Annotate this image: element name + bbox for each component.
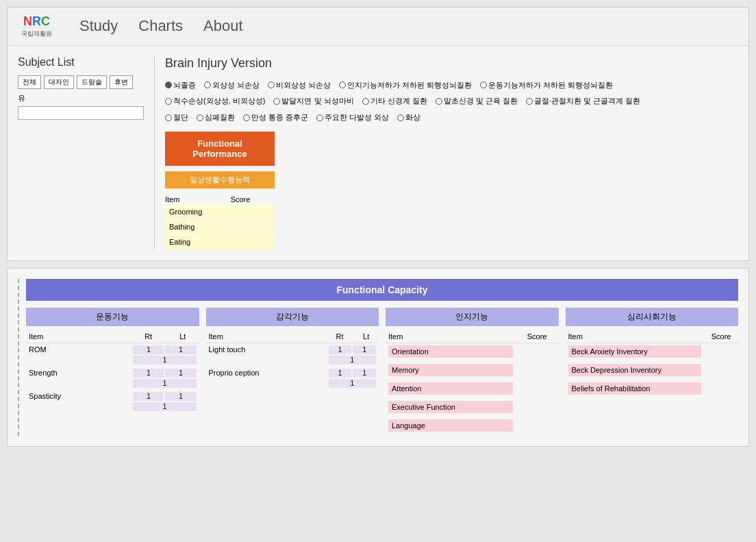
proprio-lt-top[interactable]: 1 <box>353 369 376 378</box>
subject-list-title: Subject List <box>18 56 144 69</box>
cognitive-score-memory[interactable] <box>516 362 559 380</box>
cognitive-score-language[interactable] <box>516 417 559 436</box>
diag-dev: 발달지연 및 뇌성마비 <box>273 95 353 108</box>
logo-r: R <box>32 14 41 28</box>
filter-dajayin[interactable]: 대자인 <box>44 75 74 89</box>
nav-bar: NRC 국립재활원 Study Charts About <box>8 8 748 46</box>
search-input[interactable] <box>18 106 144 120</box>
rom-rt-top[interactable]: 1 <box>133 345 164 354</box>
item-col-header: Item <box>165 195 220 204</box>
nav-about[interactable]: About <box>203 17 243 35</box>
cognitive-label-attention[interactable]: Attention <box>388 382 513 395</box>
cognitive-label-executive[interactable]: Executive Function <box>388 401 513 413</box>
diag-label-stroke: 뇌졸증 <box>173 79 196 93</box>
dashed-divider <box>18 279 19 436</box>
func-perf-button[interactable]: Functional Performance <box>165 132 275 166</box>
strength-rt-top[interactable]: 1 <box>133 369 164 378</box>
sensory-row-light: Light touch 1 1 1 <box>206 343 379 367</box>
radio-dot-dev <box>273 98 280 105</box>
proprio-rt-top[interactable]: 1 <box>329 369 352 378</box>
cognitive-label-language[interactable]: Language <box>388 419 513 432</box>
psychosocial-label-beliefs[interactable]: Beliefs of Rehabilitation <box>568 382 702 395</box>
diag-label-chronic: 만성 통증 증후군 <box>251 111 308 125</box>
top-panel: NRC 국립재활원 Study Charts About Subject Lis… <box>7 7 749 261</box>
psychosocial-table: Item Score Beck Anxiety Inventory Beck D… <box>566 330 739 399</box>
diag-peripheral: 말초신경 및 근육 질환 <box>436 95 518 108</box>
strength-bottom[interactable]: 1 <box>133 379 196 388</box>
light-lt-top[interactable]: 1 <box>353 345 376 354</box>
rom-bottom[interactable]: 1 <box>133 356 196 365</box>
brain-injury-title: Brain Injury Version <box>165 56 738 71</box>
cognitive-row-memory: Memory <box>386 362 559 380</box>
item-row-eating[interactable]: Eating <box>165 235 275 249</box>
daily-life-button[interactable]: 일상생활수행능력 <box>165 171 275 188</box>
diag-label-cardio: 심폐질환 <box>205 111 235 125</box>
motor-row-rom: ROM 1 1 1 <box>26 343 199 367</box>
psychosocial-row-beck-depression: Beck Depression Inventory <box>566 362 739 380</box>
filter-label: 유 <box>18 93 144 103</box>
diag-row-1: 뇌졸증 외상성 뇌손상 비외상성 뇌손상 인지기능저하가 저하된 퇴행성뇌질환 <box>165 79 738 93</box>
psychosocial-score-beck-depression[interactable] <box>704 362 738 380</box>
logo-c: C <box>41 14 50 28</box>
diag-burn: 화상 <box>397 111 420 125</box>
sensory-label-light: Light touch <box>206 343 326 367</box>
strength-lt-top[interactable]: 1 <box>165 369 196 378</box>
motor-row-spasticity: Spasticity 1 1 1 <box>26 390 199 413</box>
psychosocial-th-score: Score <box>704 330 738 343</box>
spasticity-bottom[interactable]: 1 <box>133 402 196 411</box>
motor-row-strength: Strength 1 1 1 <box>26 367 199 390</box>
sensory-cells-light: 1 1 1 <box>326 343 379 367</box>
diag-label-motor: 운동기능저하가 저하된 퇴행성뇌질환 <box>488 79 613 93</box>
capacity-col-cognitive: 인지기능 Item Score Orientation <box>386 308 559 436</box>
psychosocial-label-beck-anxiety[interactable]: Beck Anxiety Inventory <box>568 345 702 358</box>
radio-dot-amputation <box>165 114 172 121</box>
motor-header: 운동기능 <box>26 308 199 326</box>
diag-label-fracture: 골절·관절치환 및 근골격계 질환 <box>534 95 640 108</box>
cognitive-label-memory[interactable]: Memory <box>388 364 513 376</box>
cognitive-score-orientation[interactable] <box>516 343 559 362</box>
rom-lt-top[interactable]: 1 <box>165 345 196 354</box>
item-row-grooming[interactable]: Grooming <box>165 205 275 219</box>
item-score-header: Item Score <box>165 194 275 205</box>
nav-charts[interactable]: Charts <box>138 17 183 35</box>
filter-all[interactable]: 전체 <box>18 75 41 89</box>
cognitive-score-attention[interactable] <box>516 380 559 399</box>
item-score-table: Item Score Grooming Bathing Eating <box>165 194 275 249</box>
diag-brain-stroke: 뇌졸증 <box>165 79 196 93</box>
capacity-col-sensory: 감각기능 Item Rt Lt Light touc <box>206 308 379 436</box>
nav-study[interactable]: Study <box>79 17 118 35</box>
diag-motor: 운동기능저하가 저하된 퇴행성뇌질환 <box>480 79 613 93</box>
spasticity-rt-top[interactable]: 1 <box>133 392 164 401</box>
proprio-bottom[interactable]: 1 <box>329 379 376 388</box>
motor-th-lt: Lt <box>166 330 199 343</box>
capacity-col-psychosocial: 심리사회기능 Item Score Beck Anxiety Inventory <box>566 308 739 436</box>
filter-row: 전체 대자인 드람솔 휴변 <box>18 75 144 89</box>
diag-cardio: 심폐질환 <box>197 111 235 125</box>
logo-n: N <box>23 14 32 28</box>
light-bottom[interactable]: 1 <box>329 356 376 365</box>
sensory-cells-proprio: 1 1 1 <box>326 367 379 390</box>
filter-hyubyun[interactable]: 휴변 <box>110 75 133 89</box>
cognitive-table: Item Score Orientation Memory <box>386 330 559 436</box>
nav-links: Study Charts About <box>79 17 243 35</box>
motor-th-rt: Rt <box>130 330 166 343</box>
cognitive-label-orientation[interactable]: Orientation <box>388 345 513 358</box>
item-row-bathing[interactable]: Bathing <box>165 220 275 234</box>
diag-amputation: 절단 <box>165 111 188 125</box>
spasticity-lt-top[interactable]: 1 <box>165 392 196 401</box>
radio-dot-chronic <box>243 114 250 121</box>
diag-label-nontraumatic: 비외상성 뇌손상 <box>276 79 331 93</box>
psychosocial-row-beliefs: Beliefs of Rehabilitation <box>566 380 739 399</box>
filter-dramsol[interactable]: 드람솔 <box>77 75 107 89</box>
psychosocial-label-beck-depression[interactable]: Beck Depression Inventory <box>568 364 702 376</box>
diagnosis-section: 뇌졸증 외상성 뇌손상 비외상성 뇌손상 인지기능저하가 저하된 퇴행성뇌질환 <box>165 79 738 125</box>
logo-area: NRC 국립재활원 <box>21 14 59 38</box>
psychosocial-score-beliefs[interactable] <box>704 380 738 399</box>
cognitive-row-orientation: Orientation <box>386 343 559 362</box>
cognitive-score-executive[interactable] <box>516 399 559 417</box>
bottom-panel: Functional Capacity 운동기능 Item Rt Lt <box>7 268 749 447</box>
motor-cells-strength: 1 1 1 <box>130 367 199 390</box>
light-rt-top[interactable]: 1 <box>329 345 352 354</box>
psychosocial-score-beck-anxiety[interactable] <box>704 343 738 362</box>
radio-dot-peripheral <box>436 98 442 105</box>
